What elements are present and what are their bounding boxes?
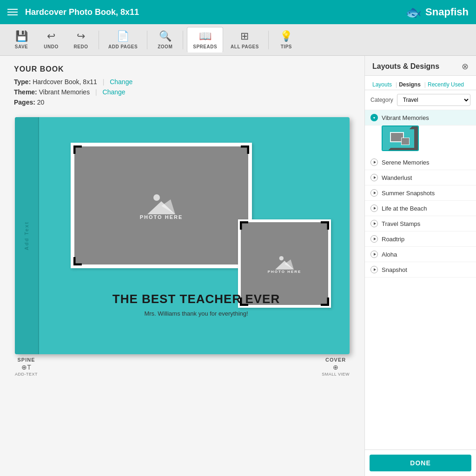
panel-tabs: Layouts | Designs | Recently Used xyxy=(365,76,476,90)
panel-header: Layouts & Designs ⊗ xyxy=(365,56,476,76)
main-photo-text: PHOTO HERE xyxy=(140,214,183,220)
toolbar-zoom[interactable]: 🔍 ZOOM xyxy=(151,27,179,52)
theme-item-snapshot[interactable]: Snapshot xyxy=(365,262,476,278)
theme-item-vibrant-memories[interactable]: Vibrant Memories xyxy=(365,110,476,126)
active-theme-expand-icon xyxy=(370,114,378,121)
pipe-sep-1: | xyxy=(103,78,105,86)
play-icon-summer xyxy=(370,189,378,197)
toolbar-separator-2 xyxy=(147,31,147,49)
toolbar: 💾 SAVE ↩ UNDO ↪ REDO 📄 ADD PAGES 🔍 ZOOM … xyxy=(0,24,476,56)
svg-rect-10 xyxy=(402,138,409,145)
photo-placeholder-icon xyxy=(147,191,175,214)
category-select[interactable]: Travel xyxy=(397,94,470,106)
tips-label: TIPS xyxy=(281,44,292,49)
play-icon-aloha xyxy=(370,251,378,258)
done-button[interactable]: DONE xyxy=(370,455,471,471)
theme-item-roadtrip[interactable]: Roadtrip xyxy=(365,231,476,247)
thumb-inner xyxy=(383,126,418,150)
theme-item-serene-memories[interactable]: Serene Memories xyxy=(365,155,476,170)
pages-label: Pages: xyxy=(14,99,35,106)
book-pages-row: Pages: 20 xyxy=(14,99,350,106)
pipe-sep-2: | xyxy=(95,88,97,96)
spine-text: Add Text xyxy=(24,221,29,250)
book-spine: Add Text xyxy=(15,117,39,354)
toolbar-add-pages[interactable]: 📄 ADD PAGES xyxy=(103,27,143,52)
theme-item-travel-stamps[interactable]: Travel Stamps xyxy=(365,216,476,231)
add-text-bottom-icon[interactable]: ⊕T xyxy=(21,364,31,371)
canvas-wrapper: Add Text xyxy=(14,117,350,379)
change-theme-link[interactable]: Change xyxy=(103,88,126,96)
type-label: Type: xyxy=(14,78,31,86)
undo-label: UNDO xyxy=(44,44,58,49)
toolbar-tips[interactable]: 💡 TIPS xyxy=(272,27,300,52)
toolbar-redo[interactable]: ↪ REDO xyxy=(67,27,95,52)
toolbar-undo[interactable]: ↩ UNDO xyxy=(37,27,65,52)
theme-aloha-label: Aloha xyxy=(382,251,397,258)
top-navigation: Hardcover Photo Book, 8x11 🐟 Snapfish xyxy=(0,0,476,24)
play-icon-travel-stamps xyxy=(370,220,378,227)
change-type-link[interactable]: Change xyxy=(110,78,132,86)
small-photo-placeholder-icon xyxy=(275,254,294,270)
book-theme-row: Theme: Vibrant Memories | Change xyxy=(14,88,350,96)
corner-tr xyxy=(241,145,249,154)
theme-item-wanderlust[interactable]: Wanderlust xyxy=(365,170,476,185)
toolbar-spreads[interactable]: 📖 SPREADS xyxy=(187,27,223,53)
pages-value: 20 xyxy=(37,99,45,106)
hamburger-menu[interactable] xyxy=(7,9,18,15)
theme-vibrant-memories-label: Vibrant Memories xyxy=(382,114,429,121)
fish-icon: 🐟 xyxy=(405,5,422,20)
theme-life-at-beach-label: Life at the Beach xyxy=(382,205,427,212)
redo-label: REDO xyxy=(74,44,88,49)
theme-item-life-at-beach[interactable]: Life at the Beach xyxy=(365,201,476,216)
cover-bottom-label: COVER ⊕ SMALL VIEW xyxy=(322,357,350,377)
corner-bl xyxy=(73,257,82,265)
type-value: Hardcover Book, 8x11 xyxy=(33,78,97,86)
spine-bottom-label: SPINE ⊕T ADD-TEXT xyxy=(15,357,38,377)
all-pages-label: ALL PAGES xyxy=(231,44,259,49)
theme-item-summer-snapshots[interactable]: Summer Snapshots xyxy=(365,185,476,201)
theme-serene-memories-label: Serene Memories xyxy=(382,159,430,166)
panel-title: Layouts & Designs xyxy=(372,62,439,71)
save-icon: 💾 xyxy=(15,30,28,42)
toolbar-all-pages[interactable]: ⊞ ALL PAGES xyxy=(225,27,264,52)
tab-sep-1: | xyxy=(394,79,399,90)
toolbar-separator-1 xyxy=(99,31,99,49)
save-label: SAVE xyxy=(15,44,28,49)
logo-text: Snapfish xyxy=(425,6,469,18)
main-photo-inner: PHOTO HERE xyxy=(74,146,248,264)
panel-footer: DONE xyxy=(365,450,476,476)
tab-layouts[interactable]: Layouts xyxy=(372,79,392,90)
zoom-label: ZOOM xyxy=(158,44,172,49)
app-title: Hardcover Photo Book, 8x11 xyxy=(25,7,139,17)
main-photo-frame[interactable]: PHOTO HERE xyxy=(71,143,252,268)
toolbar-separator-3 xyxy=(183,31,183,49)
play-icon-wanderlust xyxy=(370,174,378,181)
corner-tl xyxy=(73,145,82,154)
zoom-icon: 🔍 xyxy=(159,30,172,42)
theme-travel-stamps-label: Travel Stamps xyxy=(382,220,420,227)
svg-point-0 xyxy=(153,194,160,201)
theme-thumbnail[interactable] xyxy=(382,126,419,151)
toolbar-save[interactable]: 💾 SAVE xyxy=(7,27,35,52)
thumb-preview xyxy=(386,129,414,148)
tab-designs[interactable]: Designs xyxy=(399,79,421,90)
theme-list: Vibrant Memories Serene Memories xyxy=(365,110,476,450)
spreads-label: SPREADS xyxy=(193,44,217,49)
book-title-area: THE BEST TEACHER EVER Mrs. Williams than… xyxy=(52,292,340,317)
theme-item-aloha[interactable]: Aloha xyxy=(365,247,476,262)
small-view-icon[interactable]: ⊕ xyxy=(333,364,338,371)
book-canvas[interactable]: Add Text xyxy=(15,117,350,354)
book-info: YOUR BOOK Type: Hardcover Book, 8x11 | C… xyxy=(14,65,350,106)
spine-label: SPINE xyxy=(17,357,35,363)
theme-roadtrip-label: Roadtrip xyxy=(382,236,404,243)
add-pages-label: ADD PAGES xyxy=(108,44,138,49)
play-icon-beach xyxy=(370,205,378,212)
category-label: Category xyxy=(370,97,393,103)
panel-close-button[interactable]: ⊗ xyxy=(462,61,469,72)
play-icon-roadtrip xyxy=(370,235,378,243)
theme-value: Vibrant Memories xyxy=(39,88,90,96)
tab-recently-used[interactable]: Recently Used xyxy=(428,79,464,90)
book-main-title: THE BEST TEACHER EVER xyxy=(52,292,340,306)
theme-summer-snapshots-label: Summer Snapshots xyxy=(382,190,435,197)
small-view-label: SMALL VIEW xyxy=(322,372,350,377)
